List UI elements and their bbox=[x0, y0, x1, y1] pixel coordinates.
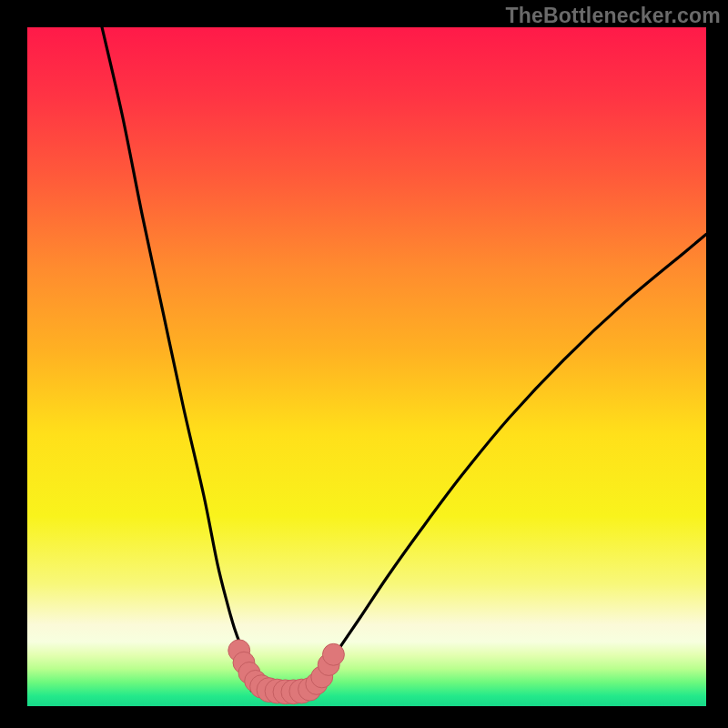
watermark-text: TheBottlenecker.com bbox=[506, 4, 721, 28]
gradient-background bbox=[27, 27, 706, 706]
chart-svg bbox=[27, 27, 706, 706]
valley-marker bbox=[323, 643, 345, 665]
plot-area bbox=[27, 27, 706, 706]
